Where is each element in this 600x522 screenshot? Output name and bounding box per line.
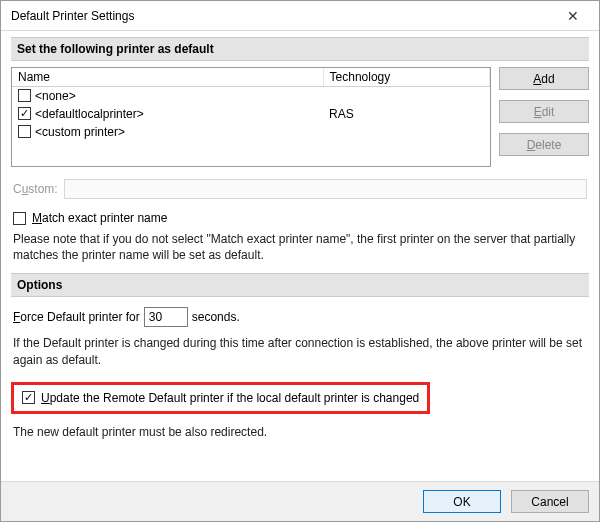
custom-row: Custom:	[13, 179, 587, 199]
force-seconds-input[interactable]	[144, 307, 188, 327]
section-header-options: Options	[11, 273, 589, 297]
window-title: Default Printer Settings	[11, 9, 553, 23]
force-suffix: seconds.	[192, 310, 240, 324]
force-label: Force Default printer for	[13, 310, 140, 324]
force-row: Force Default printer for seconds.	[13, 307, 587, 327]
custom-input	[64, 179, 587, 199]
cancel-button[interactable]: Cancel	[511, 490, 589, 513]
col-technology[interactable]: Technology	[323, 68, 489, 87]
update-checkbox[interactable]	[22, 391, 35, 404]
table-row[interactable]: <defaultlocalprinter> RAS	[12, 105, 490, 123]
close-icon: ✕	[567, 8, 579, 24]
col-name[interactable]: Name	[12, 68, 323, 87]
row-checkbox[interactable]	[18, 125, 31, 138]
printer-area: Name Technology <none>	[11, 67, 589, 167]
printer-table[interactable]: Name Technology <none>	[11, 67, 491, 167]
delete-button[interactable]: Delete	[499, 133, 589, 156]
update-label[interactable]: Update the Remote Default printer if the…	[41, 391, 419, 405]
row-name: <custom printer>	[35, 125, 125, 139]
edit-button[interactable]: Edit	[499, 100, 589, 123]
highlight-box: Update the Remote Default printer if the…	[11, 382, 430, 414]
row-name: <none>	[35, 89, 76, 103]
table-row[interactable]: <custom printer>	[12, 123, 490, 141]
titlebar: Default Printer Settings ✕	[1, 1, 599, 31]
ok-button[interactable]: OK	[423, 490, 501, 513]
force-note: If the Default printer is changed during…	[13, 335, 587, 367]
row-checkbox[interactable]	[18, 107, 31, 120]
match-row: Match exact printer name	[13, 211, 587, 225]
section-header-default-printer: Set the following printer as default	[11, 37, 589, 61]
custom-label: Custom:	[13, 182, 58, 196]
update-note: The new default printer must be also red…	[13, 424, 587, 440]
match-label[interactable]: Match exact printer name	[32, 211, 167, 225]
close-button[interactable]: ✕	[553, 2, 593, 30]
side-buttons: Add Edit Delete	[499, 67, 589, 167]
table-row[interactable]: <none>	[12, 87, 490, 105]
match-checkbox[interactable]	[13, 212, 26, 225]
update-row: Update the Remote Default printer if the…	[22, 391, 419, 405]
row-technology	[323, 123, 489, 141]
row-name: <defaultlocalprinter>	[35, 107, 144, 121]
row-technology	[323, 87, 489, 105]
add-button[interactable]: Add	[499, 67, 589, 90]
match-note: Please note that if you do not select "M…	[13, 231, 587, 263]
footer: OK Cancel	[1, 481, 599, 521]
dialog-window: Default Printer Settings ✕ Set the follo…	[0, 0, 600, 522]
row-technology: RAS	[323, 105, 489, 123]
row-checkbox[interactable]	[18, 89, 31, 102]
content-area: Set the following printer as default Nam…	[1, 31, 599, 481]
